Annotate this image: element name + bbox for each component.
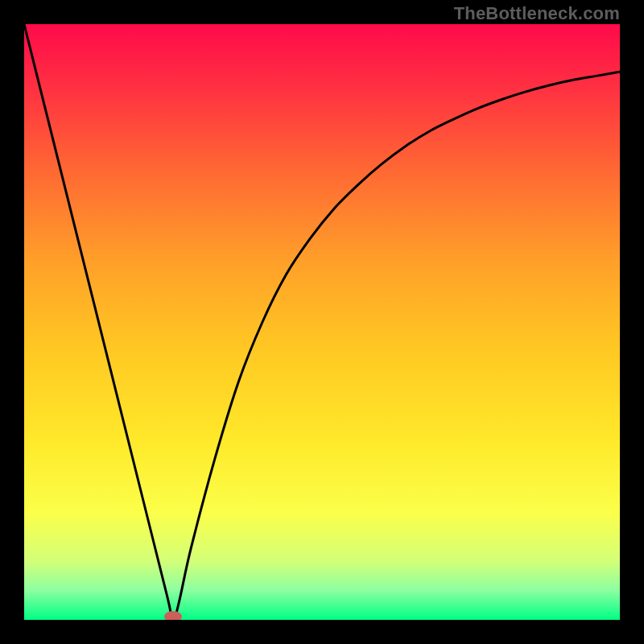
gradient-background — [24, 24, 620, 620]
chart-container: TheBottleneck.com — [0, 0, 644, 644]
watermark-text: TheBottleneck.com — [454, 3, 620, 24]
plot-area — [24, 24, 620, 620]
chart-svg — [24, 24, 620, 620]
